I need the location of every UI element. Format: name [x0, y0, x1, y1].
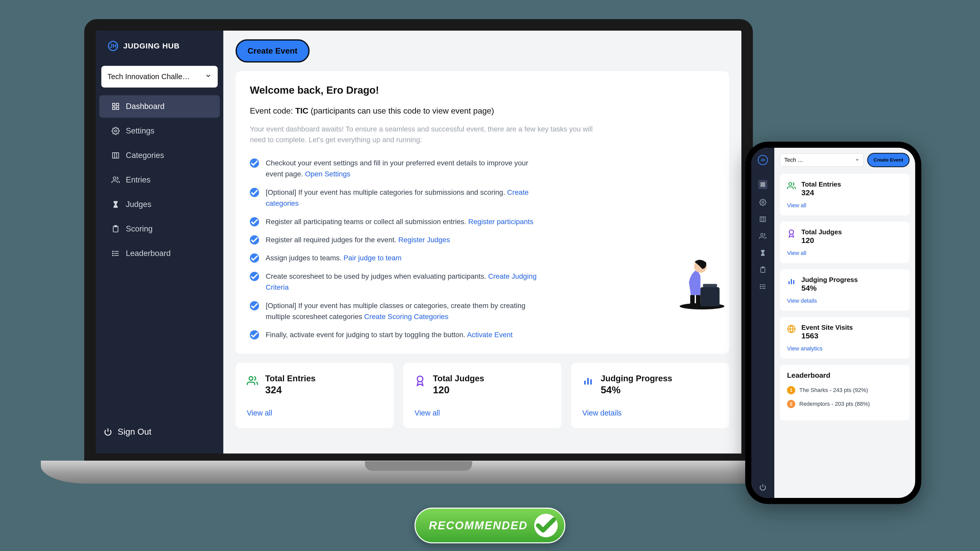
users-icon[interactable] [759, 233, 767, 240]
checklist-text: Register all participating teams or coll… [266, 216, 533, 227]
svg-rect-1 [116, 104, 119, 106]
stat-link[interactable]: View all [787, 202, 902, 209]
checklist-text: Create scoresheet to be used by judges w… [266, 271, 541, 293]
checklist: Checkout your event settings and fill in… [250, 158, 715, 341]
gear-icon [111, 127, 120, 135]
check-icon [250, 253, 259, 263]
checklist-text: Register all required judges for the eve… [266, 234, 450, 245]
svg-point-44 [760, 287, 761, 287]
mobile-topbar: Tech … Create Event [780, 153, 910, 167]
dashboard-icon [111, 102, 120, 110]
stat-link[interactable]: View all [247, 409, 382, 417]
create-event-button[interactable]: Create Event [867, 153, 910, 167]
event-selector[interactable]: Tech Innovation Challe… [101, 66, 218, 88]
chevron-down-icon [855, 157, 859, 163]
sidebar-item-label: Settings [126, 126, 154, 135]
svg-rect-31 [763, 185, 765, 186]
svg-point-37 [761, 234, 763, 236]
award-icon [414, 375, 426, 386]
mobile-main: Tech … Create Event Total Entries324 Vie… [774, 148, 915, 498]
bar-chart-icon [787, 277, 796, 285]
checklist-link[interactable]: Activate Event [467, 331, 513, 339]
check-icon [250, 301, 259, 311]
checklist-link[interactable]: Create Scoring Categories [364, 313, 449, 320]
checklist-link[interactable]: Pair judge to team [344, 254, 401, 262]
bar-chart-icon [582, 375, 593, 386]
svg-rect-51 [793, 280, 794, 284]
svg-point-47 [789, 183, 792, 185]
stat-link[interactable]: View details [787, 298, 902, 304]
checklist-item: Finally, activate event for judging to s… [250, 329, 715, 340]
intro-text: Your event dashboard awaits! To ensure a… [250, 124, 594, 145]
stat-title: Total Judges [433, 374, 484, 383]
gear-icon[interactable] [759, 199, 767, 206]
sidebar-item-settings[interactable]: Settings [99, 120, 220, 142]
hourglass-icon[interactable] [759, 249, 767, 256]
stat-link[interactable]: View all [414, 409, 550, 417]
sidebar-item-leaderboard[interactable]: Leaderboard [99, 242, 220, 264]
stat-link[interactable]: View details [582, 409, 718, 417]
stat-card-visits: Event Site Visits1563 View analytics [780, 317, 910, 358]
sidebar-item-entries[interactable]: Entries [99, 169, 220, 191]
brand-logo-icon: JH [758, 155, 768, 165]
svg-rect-0 [113, 104, 115, 106]
check-icon [250, 235, 259, 245]
main-content: Create Event Welcome back, Ero Drago! Ev… [223, 30, 741, 454]
list-icon[interactable] [759, 283, 767, 290]
svg-rect-32 [761, 185, 762, 186]
svg-rect-30 [763, 183, 765, 184]
columns-icon[interactable] [759, 216, 767, 223]
users-icon [787, 182, 796, 190]
svg-point-14 [113, 251, 113, 252]
svg-point-8 [113, 177, 116, 180]
stat-card-entries: Total Entries324 View all [780, 174, 910, 215]
stat-title: Judging Progress [601, 374, 673, 383]
recommended-badge: RECOMMENDED [414, 508, 565, 543]
sidebar-item-scoring[interactable]: Scoring [99, 218, 220, 240]
users-icon [111, 176, 120, 184]
sidebar-nav: Dashboard Settings Categories Entries [96, 95, 223, 264]
event-selector-label: Tech … [784, 157, 803, 163]
stat-link[interactable]: View all [787, 250, 902, 256]
sidebar-item-label: Categories [126, 151, 164, 160]
laptop-notch [365, 461, 472, 471]
badge-text: RECOMMENDED [429, 519, 528, 532]
svg-rect-20 [584, 381, 586, 385]
checklist-link[interactable]: Register Judges [398, 236, 450, 244]
leaderboard-card: Leaderboard 1The Sharks - 243 pts (92%) … [780, 365, 910, 420]
sidebar: JH JUDGING HUB Tech Innovation Challe… D… [96, 30, 223, 454]
create-event-button[interactable]: Create Event [235, 39, 310, 62]
event-selector[interactable]: Tech … [780, 153, 864, 167]
dashboard-icon[interactable] [758, 180, 767, 189]
stat-link[interactable]: View analytics [787, 345, 902, 352]
sidebar-item-judges[interactable]: Judges [99, 193, 220, 216]
check-icon [250, 217, 259, 226]
clipboard-icon[interactable] [759, 266, 767, 273]
sidebar-item-label: Entries [126, 175, 150, 185]
power-icon[interactable] [759, 484, 767, 491]
checklist-item: Register all required judges for the eve… [250, 234, 715, 245]
svg-rect-27 [690, 295, 695, 306]
leaderboard-title: Leaderboard [787, 371, 902, 379]
sidebar-item-categories[interactable]: Categories [99, 144, 220, 167]
svg-point-16 [113, 255, 113, 256]
leaderboard-row: 2Redemptors - 203 pts (88%) [787, 400, 902, 408]
stat-value: 324 [801, 188, 841, 197]
checklist-link[interactable]: Open Settings [305, 170, 350, 178]
svg-rect-25 [703, 284, 717, 287]
stat-value: 54% [601, 384, 673, 396]
stat-card-entries: Total Entries 324 View all [235, 363, 393, 428]
svg-rect-2 [116, 107, 119, 110]
stats-row: Total Entries 324 View all Total Judges [235, 363, 729, 428]
stat-card-progress: Judging Progress54% View details [780, 269, 910, 311]
svg-rect-28 [696, 295, 700, 306]
check-icon [250, 188, 259, 197]
svg-rect-5 [113, 153, 119, 158]
stat-card-judges: Total Judges120 View all [780, 221, 910, 263]
sidebar-item-dashboard[interactable]: Dashboard [99, 95, 220, 118]
checklist-link[interactable]: Register participants [468, 218, 533, 226]
signout-button[interactable]: Sign Out [96, 420, 223, 443]
stat-value: 120 [433, 384, 484, 396]
event-code-line: Event code: TIC (participants can use th… [250, 106, 715, 116]
clipboard-icon [111, 225, 120, 233]
